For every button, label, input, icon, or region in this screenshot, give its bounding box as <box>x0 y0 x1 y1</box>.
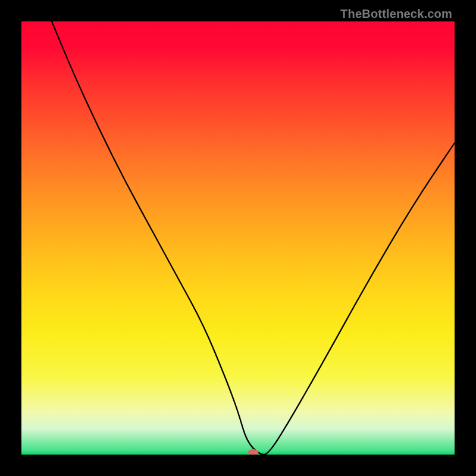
plot-area <box>21 21 455 455</box>
curve-layer <box>21 21 455 455</box>
optimal-marker <box>248 449 258 455</box>
chart-frame: TheBottleneck.com <box>0 0 476 476</box>
bottleneck-curve <box>52 21 455 455</box>
watermark-text: TheBottleneck.com <box>340 7 452 21</box>
